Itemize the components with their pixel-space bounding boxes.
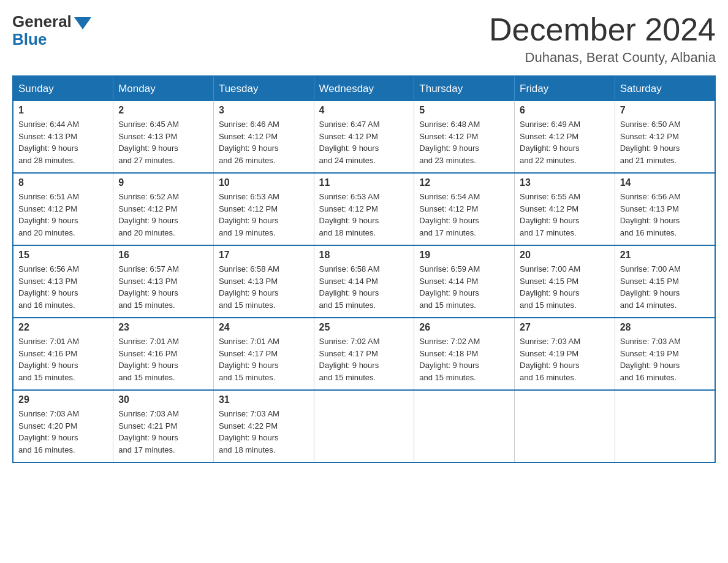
day-info: Sunrise: 6:54 AM Sunset: 4:12 PM Dayligh… (419, 191, 509, 239)
calendar-cell: 21 Sunrise: 7:00 AM Sunset: 4:15 PM Dayl… (615, 245, 715, 318)
day-number: 4 (319, 105, 409, 116)
calendar-cell: 24 Sunrise: 7:01 AM Sunset: 4:17 PM Dayl… (213, 318, 314, 390)
day-info: Sunrise: 6:57 AM Sunset: 4:13 PM Dayligh… (118, 263, 208, 311)
calendar-cell: 9 Sunrise: 6:52 AM Sunset: 4:12 PM Dayli… (113, 173, 214, 245)
weekday-header-thursday: Thursday (414, 76, 515, 101)
calendar-cell: 27 Sunrise: 7:03 AM Sunset: 4:19 PM Dayl… (515, 318, 615, 390)
day-info: Sunrise: 7:03 AM Sunset: 4:19 PM Dayligh… (620, 335, 710, 383)
weekday-header-wednesday: Wednesday (314, 76, 414, 101)
calendar-cell: 22 Sunrise: 7:01 AM Sunset: 4:16 PM Dayl… (13, 318, 113, 390)
day-info: Sunrise: 6:53 AM Sunset: 4:12 PM Dayligh… (219, 191, 309, 239)
calendar-cell: 10 Sunrise: 6:53 AM Sunset: 4:12 PM Dayl… (213, 173, 314, 245)
day-info: Sunrise: 7:01 AM Sunset: 4:16 PM Dayligh… (18, 335, 108, 383)
calendar-cell: 6 Sunrise: 6:49 AM Sunset: 4:12 PM Dayli… (515, 101, 615, 173)
calendar-cell: 4 Sunrise: 6:47 AM Sunset: 4:12 PM Dayli… (314, 101, 414, 173)
day-info: Sunrise: 6:59 AM Sunset: 4:14 PM Dayligh… (419, 263, 509, 311)
weekday-header-row: SundayMondayTuesdayWednesdayThursdayFrid… (13, 76, 715, 101)
calendar-cell (314, 390, 414, 462)
calendar-cell: 8 Sunrise: 6:51 AM Sunset: 4:12 PM Dayli… (13, 173, 113, 245)
day-number: 28 (620, 322, 710, 333)
weekday-header-sunday: Sunday (13, 76, 113, 101)
day-info: Sunrise: 7:03 AM Sunset: 4:19 PM Dayligh… (520, 335, 610, 383)
calendar-cell: 17 Sunrise: 6:58 AM Sunset: 4:13 PM Dayl… (213, 245, 314, 318)
calendar-week-row: 8 Sunrise: 6:51 AM Sunset: 4:12 PM Dayli… (13, 173, 715, 245)
day-number: 21 (620, 250, 710, 261)
calendar-week-row: 15 Sunrise: 6:56 AM Sunset: 4:13 PM Dayl… (13, 245, 715, 318)
day-info: Sunrise: 7:00 AM Sunset: 4:15 PM Dayligh… (520, 263, 610, 311)
day-info: Sunrise: 7:01 AM Sunset: 4:16 PM Dayligh… (118, 335, 208, 383)
day-number: 5 (419, 105, 509, 116)
day-info: Sunrise: 7:02 AM Sunset: 4:17 PM Dayligh… (319, 335, 409, 383)
day-number: 3 (219, 105, 309, 116)
calendar-cell: 14 Sunrise: 6:56 AM Sunset: 4:13 PM Dayl… (615, 173, 715, 245)
day-number: 8 (18, 177, 108, 188)
day-info: Sunrise: 6:44 AM Sunset: 4:13 PM Dayligh… (18, 118, 108, 166)
calendar-cell: 12 Sunrise: 6:54 AM Sunset: 4:12 PM Dayl… (414, 173, 515, 245)
calendar-cell: 11 Sunrise: 6:53 AM Sunset: 4:12 PM Dayl… (314, 173, 414, 245)
calendar-cell: 16 Sunrise: 6:57 AM Sunset: 4:13 PM Dayl… (113, 245, 214, 318)
logo: General Blue (12, 12, 91, 49)
day-number: 2 (118, 105, 208, 116)
day-number: 7 (620, 105, 710, 116)
logo-general-text: General (12, 12, 72, 31)
weekday-header-friday: Friday (515, 76, 615, 101)
day-number: 16 (118, 250, 208, 261)
day-info: Sunrise: 6:52 AM Sunset: 4:12 PM Dayligh… (118, 191, 208, 239)
day-info: Sunrise: 6:55 AM Sunset: 4:12 PM Dayligh… (520, 191, 610, 239)
day-info: Sunrise: 6:47 AM Sunset: 4:12 PM Dayligh… (319, 118, 409, 166)
calendar-week-row: 29 Sunrise: 7:03 AM Sunset: 4:20 PM Dayl… (13, 390, 715, 462)
weekday-header-tuesday: Tuesday (213, 76, 314, 101)
calendar-cell: 29 Sunrise: 7:03 AM Sunset: 4:20 PM Dayl… (13, 390, 113, 462)
calendar-cell: 30 Sunrise: 7:03 AM Sunset: 4:21 PM Dayl… (113, 390, 214, 462)
calendar-cell (615, 390, 715, 462)
day-number: 30 (118, 394, 208, 405)
page-header: General Blue December 2024 Duhanas, Bera… (12, 12, 716, 66)
day-number: 26 (419, 322, 509, 333)
day-info: Sunrise: 7:03 AM Sunset: 4:20 PM Dayligh… (18, 408, 108, 456)
day-number: 24 (219, 322, 309, 333)
location-title: Duhanas, Berat County, Albania (489, 50, 716, 66)
weekday-header-saturday: Saturday (615, 76, 715, 101)
day-info: Sunrise: 7:02 AM Sunset: 4:18 PM Dayligh… (419, 335, 509, 383)
day-info: Sunrise: 6:46 AM Sunset: 4:12 PM Dayligh… (219, 118, 309, 166)
calendar-cell: 15 Sunrise: 6:56 AM Sunset: 4:13 PM Dayl… (13, 245, 113, 318)
calendar-week-row: 22 Sunrise: 7:01 AM Sunset: 4:16 PM Dayl… (13, 318, 715, 390)
calendar-cell: 28 Sunrise: 7:03 AM Sunset: 4:19 PM Dayl… (615, 318, 715, 390)
day-number: 13 (520, 177, 610, 188)
day-info: Sunrise: 6:56 AM Sunset: 4:13 PM Dayligh… (18, 263, 108, 311)
calendar-week-row: 1 Sunrise: 6:44 AM Sunset: 4:13 PM Dayli… (13, 101, 715, 173)
day-info: Sunrise: 6:48 AM Sunset: 4:12 PM Dayligh… (419, 118, 509, 166)
day-number: 19 (419, 250, 509, 261)
calendar-cell: 2 Sunrise: 6:45 AM Sunset: 4:13 PM Dayli… (113, 101, 214, 173)
day-number: 12 (419, 177, 509, 188)
calendar-cell: 20 Sunrise: 7:00 AM Sunset: 4:15 PM Dayl… (515, 245, 615, 318)
day-info: Sunrise: 6:56 AM Sunset: 4:13 PM Dayligh… (620, 191, 710, 239)
day-number: 9 (118, 177, 208, 188)
day-info: Sunrise: 7:03 AM Sunset: 4:22 PM Dayligh… (219, 408, 309, 456)
day-info: Sunrise: 6:49 AM Sunset: 4:12 PM Dayligh… (520, 118, 610, 166)
calendar-cell: 1 Sunrise: 6:44 AM Sunset: 4:13 PM Dayli… (13, 101, 113, 173)
day-number: 22 (18, 322, 108, 333)
calendar-cell: 18 Sunrise: 6:58 AM Sunset: 4:14 PM Dayl… (314, 245, 414, 318)
calendar-cell: 26 Sunrise: 7:02 AM Sunset: 4:18 PM Dayl… (414, 318, 515, 390)
weekday-header-monday: Monday (113, 76, 214, 101)
calendar-cell (414, 390, 515, 462)
day-info: Sunrise: 7:01 AM Sunset: 4:17 PM Dayligh… (219, 335, 309, 383)
day-info: Sunrise: 6:50 AM Sunset: 4:12 PM Dayligh… (620, 118, 710, 166)
day-number: 17 (219, 250, 309, 261)
day-number: 18 (319, 250, 409, 261)
title-block: December 2024 Duhanas, Berat County, Alb… (489, 12, 716, 66)
day-number: 20 (520, 250, 610, 261)
month-title: December 2024 (489, 12, 716, 47)
day-number: 15 (18, 250, 108, 261)
calendar-cell: 13 Sunrise: 6:55 AM Sunset: 4:12 PM Dayl… (515, 173, 615, 245)
day-info: Sunrise: 6:58 AM Sunset: 4:14 PM Dayligh… (319, 263, 409, 311)
day-number: 14 (620, 177, 710, 188)
calendar-cell: 23 Sunrise: 7:01 AM Sunset: 4:16 PM Dayl… (113, 318, 214, 390)
day-number: 23 (118, 322, 208, 333)
day-info: Sunrise: 6:51 AM Sunset: 4:12 PM Dayligh… (18, 191, 108, 239)
day-number: 29 (18, 394, 108, 405)
logo-arrow-icon (74, 17, 91, 29)
day-number: 10 (219, 177, 309, 188)
day-number: 27 (520, 322, 610, 333)
